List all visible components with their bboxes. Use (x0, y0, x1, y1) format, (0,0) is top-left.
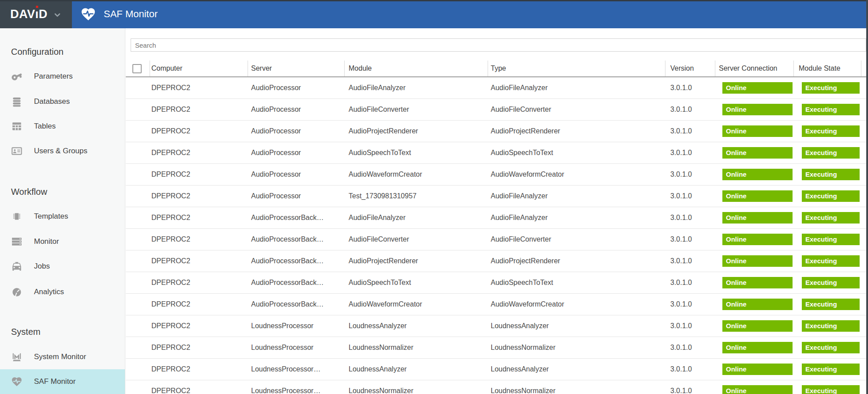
cell-version: 3.0.1.0 (665, 300, 715, 308)
select-all-checkbox[interactable] (132, 64, 142, 73)
cell-type: LoudnessAnalyzer (488, 322, 665, 330)
status-badge-executing: Executing (802, 364, 860, 375)
sidebar-item-monitor[interactable]: Monitor (0, 229, 125, 254)
cell-type: AudioFileAnalyzer (488, 84, 665, 92)
cell-server-connection: Online (715, 212, 794, 224)
sidebar-item-label: Tables (34, 122, 56, 131)
table-row[interactable]: DPEPROC2AudioProcessorAudioFileAnalyzerA… (126, 77, 866, 99)
status-badge-executing: Executing (802, 342, 860, 353)
status-badge-online: Online (722, 255, 793, 267)
cell-module-state: Executing (794, 385, 861, 394)
cell-module-state: Executing (794, 147, 861, 159)
cell-module: LoudnessNormalizer (345, 387, 488, 394)
status-badge-online: Online (722, 385, 793, 394)
cell-module-state: Executing (794, 255, 861, 267)
status-badge-executing: Executing (802, 104, 860, 115)
status-badge-executing: Executing (802, 385, 860, 394)
cell-version: 3.0.1.0 (665, 322, 715, 330)
cell-server-connection: Online (715, 82, 794, 94)
table-row[interactable]: DPEPROC2AudioProcessorAudioWaveformCreat… (126, 164, 866, 186)
table-row[interactable]: DPEPROC2AudioProcessorBack…AudioWaveform… (126, 294, 866, 315)
header-cell-computer[interactable]: Computer (150, 61, 248, 76)
table-row[interactable]: DPEPROC2AudioProcessorBack…AudioProjectR… (126, 250, 866, 272)
table-row[interactable]: DPEPROC2AudioProcessorTest_1730981310957… (126, 186, 866, 207)
cell-server: AudioProcessor (248, 149, 345, 157)
table-row[interactable]: DPEPROC2AudioProcessorAudioProjectRender… (126, 121, 866, 142)
table-row[interactable]: DPEPROC2AudioProcessorAudioFileConverter… (126, 99, 866, 121)
status-badge-online: Online (722, 104, 793, 115)
status-badge-executing: Executing (802, 234, 860, 245)
cell-server-connection: Online (715, 169, 794, 180)
sidebar-item-saf-monitor[interactable]: SAF Monitor (0, 369, 125, 394)
sidebar-item-label: Jobs (34, 262, 50, 271)
brand-menu-button[interactable]: DAVıD (0, 0, 72, 28)
taxi-icon (11, 260, 23, 273)
table-grid-icon (11, 120, 23, 133)
sidebar-item-label: Templates (34, 212, 68, 221)
brand-dot (36, 6, 38, 8)
table-row[interactable]: DPEPROC2AudioProcessorAudioSpeechToTextA… (126, 142, 866, 164)
cell-module-state: Executing (794, 299, 861, 310)
cell-module-state: Executing (794, 125, 861, 137)
cell-module-state: Executing (794, 320, 861, 332)
cell-server: AudioProcessorBack… (248, 235, 345, 243)
cell-server-connection: Online (715, 342, 794, 353)
status-badge-online: Online (722, 364, 793, 375)
cell-type: AudioSpeechToText (488, 279, 665, 287)
cell-server: LoudnessProcessor (248, 344, 345, 352)
sidebar-item-system-monitor[interactable]: System Monitor (0, 345, 125, 369)
status-badge-executing: Executing (802, 190, 860, 202)
cell-version: 3.0.1.0 (665, 106, 715, 114)
table-row[interactable]: DPEPROC2AudioProcessorBack…AudioSpeechTo… (126, 272, 866, 294)
table-row[interactable]: DPEPROC2LoudnessProcessorLoudnessNormali… (126, 337, 866, 359)
cell-module-state: Executing (794, 342, 861, 353)
cell-server: AudioProcessorBack… (248, 257, 345, 265)
cell-module: AudioFileAnalyzer (345, 214, 488, 222)
sidebar-item-analytics[interactable]: Analytics (0, 280, 125, 304)
cell-computer: DPEPROC2 (150, 106, 248, 114)
header-cell-module[interactable]: Module (345, 61, 488, 76)
sidebar-item-label: System Monitor (34, 352, 86, 361)
cell-server-connection: Online (715, 190, 794, 202)
cell-module: LoudnessAnalyzer (345, 365, 488, 373)
status-badge-online: Online (722, 234, 793, 245)
status-badge-online: Online (722, 299, 793, 310)
status-badge-executing: Executing (802, 299, 860, 310)
table-row[interactable]: DPEPROC2AudioProcessorBack…AudioFileAnal… (126, 207, 866, 229)
cell-type: AudioWaveformCreator (488, 300, 665, 308)
status-badge-online: Online (722, 190, 793, 202)
header-cell-version[interactable]: Version (665, 61, 715, 76)
cell-server-connection: Online (715, 125, 794, 137)
cell-module: LoudnessNormalizer (345, 344, 488, 352)
sidebar-item-jobs[interactable]: Jobs (0, 254, 125, 279)
cell-server: AudioProcessorBack… (248, 300, 345, 308)
sidebar-item-templates[interactable]: Templates (0, 204, 125, 229)
sidebar-item-users-groups[interactable]: Users & Groups (0, 139, 125, 163)
table-row[interactable]: DPEPROC2LoudnessProcessor…LoudnessAnalyz… (126, 359, 866, 380)
status-badge-executing: Executing (802, 147, 860, 159)
cell-server-connection: Online (715, 255, 794, 267)
search-input[interactable] (131, 38, 866, 52)
table-row[interactable]: DPEPROC2LoudnessProcessorLoudnessAnalyze… (126, 315, 866, 337)
cell-server: AudioProcessorBack… (248, 279, 345, 287)
sidebar-item-parameters[interactable]: Parameters (0, 64, 125, 89)
cell-module: AudioFileConverter (345, 106, 488, 114)
table-row[interactable]: DPEPROC2AudioProcessorBack…AudioFileConv… (126, 229, 866, 250)
sidebar-item-databases[interactable]: Databases (0, 89, 125, 114)
status-badge-online: Online (722, 147, 793, 159)
chevron-down-icon[interactable] (53, 11, 62, 19)
cell-type: AudioProjectRenderer (488, 127, 665, 135)
cell-version: 3.0.1.0 (665, 235, 715, 243)
header-cell-module-state[interactable]: Module State (794, 61, 861, 76)
cell-server: AudioProcessor (248, 84, 345, 92)
cell-version: 3.0.1.0 (665, 192, 715, 200)
header-cell-type[interactable]: Type (488, 61, 665, 76)
cell-module: AudioWaveformCreator (345, 300, 488, 308)
cell-computer: DPEPROC2 (150, 149, 248, 157)
cell-server: AudioProcessor (248, 127, 345, 135)
cell-server-connection: Online (715, 320, 794, 332)
header-cell-server-connection[interactable]: Server Connection (715, 61, 794, 76)
sidebar-item-tables[interactable]: Tables (0, 114, 125, 139)
header-cell-server[interactable]: Server (248, 61, 345, 76)
table-row[interactable]: DPEPROC2LoudnessProcessor…LoudnessNormal… (126, 380, 866, 394)
